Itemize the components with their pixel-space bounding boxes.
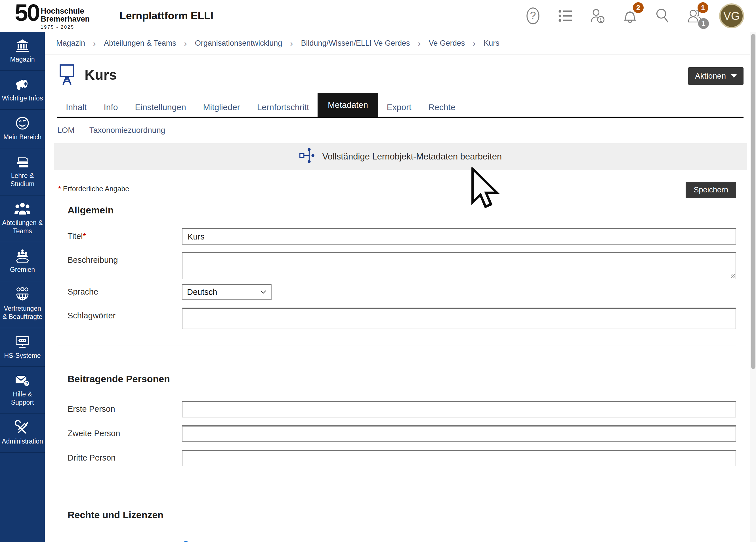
edit-full-metadata-banner[interactable]: Vollständige Lernobjekt-Metadaten bearbe… [54, 143, 747, 170]
logo-line2: Bremerhaven [41, 15, 90, 23]
breadcrumb-item[interactable]: Magazin [56, 39, 85, 48]
sidebar-item-hs-systeme[interactable]: HS-Systeme [0, 328, 45, 367]
breadcrumb: Magazin › Abteilungen & Teams › Organisa… [45, 32, 756, 55]
breadcrumb-item[interactable]: Organisationsentwicklung [195, 39, 282, 48]
subtab-lom[interactable]: LOM [57, 126, 75, 135]
tab-lernfortschritt[interactable]: Lernfortschritt [249, 98, 318, 117]
erste-person-label: Erste Person [68, 401, 182, 414]
breadcrumb-separator: › [418, 39, 421, 48]
svg-text:?: ? [530, 10, 536, 22]
copyright-radio[interactable] [182, 541, 190, 542]
field-row-copyright: Copyright All rights reserved [68, 539, 736, 542]
contacts-badge-bottom: 1 [698, 18, 709, 29]
user-status-icon[interactable] [590, 6, 606, 26]
sidebar-item-label: Abteilungen & Teams [2, 219, 43, 235]
sidebar-item-gremien[interactable]: Gremien [0, 242, 45, 281]
save-button[interactable]: Speichern [686, 182, 736, 198]
notifications-bell-icon[interactable]: 2 [622, 6, 638, 26]
schlagwoerter-input[interactable] [182, 308, 736, 329]
breadcrumb-item[interactable]: Ve Gerdes [429, 39, 465, 48]
contacts-icon[interactable]: 1 1 [687, 6, 703, 26]
language-select-value: Deutsch [187, 287, 217, 297]
tab-bar: Inhalt Info Einstellungen Mitglieder Ler… [57, 93, 744, 118]
tab-export[interactable]: Export [378, 98, 420, 117]
form-header-row: * Erforderliche Angabe Speichern [58, 182, 736, 198]
monitor-password-icon [15, 335, 30, 349]
logo-line1: Hochschule [41, 7, 90, 15]
people-group-icon [14, 202, 30, 216]
section-heading-rechte: Rechte und Lizenzen [68, 509, 736, 520]
tab-rechte[interactable]: Rechte [420, 98, 464, 117]
caret-down-icon [731, 74, 737, 78]
field-row-schlagwoerter: Schlagwörter [68, 308, 736, 329]
list-icon[interactable] [557, 6, 573, 26]
books-icon [15, 155, 30, 169]
tools-icon [15, 420, 30, 434]
copyright-label: Copyright [68, 539, 182, 542]
sidebar-item-label: Wichtige Infos [2, 94, 43, 102]
dritte-person-input[interactable] [182, 450, 736, 466]
field-row-titel: Titel* [68, 228, 736, 245]
zweite-person-input[interactable] [182, 425, 736, 442]
sidebar-item-label: Magazin [10, 55, 35, 64]
section-heading-beitragende: Beitragende Personen [68, 373, 736, 385]
breadcrumb-item[interactable]: Abteilungen & Teams [104, 39, 176, 48]
language-select[interactable]: Deutsch [182, 284, 272, 300]
tab-einstellungen[interactable]: Einstellungen [126, 98, 194, 117]
schlagwoerter-label: Schlagwörter [68, 308, 182, 320]
beschreibung-textarea[interactable] [182, 252, 736, 279]
logo-years: 1975 - 2025 [41, 25, 90, 30]
chevron-down-icon [260, 290, 266, 294]
field-row-beschreibung: Beschreibung [68, 252, 736, 279]
scrollbar-thumb[interactable] [751, 34, 755, 369]
mail-help-icon: ? [15, 373, 30, 387]
bank-icon [15, 38, 30, 52]
subtab-taxonomiezuordnung[interactable]: Taxonomiezuordnung [89, 126, 165, 135]
sidebar-item-mein-bereich[interactable]: Mein Bereich [0, 110, 45, 149]
required-note: * Erforderliche Angabe [58, 185, 129, 193]
resize-grip[interactable] [731, 274, 735, 278]
page-title: Kurs [85, 67, 117, 83]
sidebar-item-lehre-studium[interactable]: Lehre & Studium [0, 148, 45, 196]
titel-input[interactable] [182, 228, 736, 245]
smiley-icon [15, 116, 30, 130]
tab-mitglieder[interactable]: Mitglieder [195, 98, 249, 117]
sidebar-item-administration[interactable]: Administration [0, 414, 45, 453]
contacts-badge-top: 1 [698, 2, 708, 13]
sidebar-item-vertretungen[interactable]: Vertretungen & Beauftragte [0, 281, 45, 328]
banner-label: Vollständige Lernobjekt-Metadaten bearbe… [322, 152, 502, 162]
sidebar-item-magazin[interactable]: Magazin [0, 32, 45, 71]
main-sidebar: Magazin Wichtige Infos Mein Bereich Lehr… [0, 32, 45, 542]
sidebar-item-label: Hilfe & Support [2, 390, 43, 407]
tab-inhalt[interactable]: Inhalt [57, 98, 95, 117]
zweite-person-label: Zweite Person [68, 425, 182, 438]
avatar[interactable]: VG [719, 3, 744, 28]
sidebar-item-label: Gremien [10, 266, 35, 274]
scrollbar-track[interactable] [750, 32, 756, 542]
help-icon[interactable]: ? [525, 6, 541, 26]
notifications-badge: 2 [633, 2, 644, 13]
breadcrumb-separator: › [184, 39, 187, 48]
breadcrumb-item[interactable]: Kurs [484, 39, 499, 48]
erste-person-input[interactable] [182, 401, 736, 417]
section-divider [58, 483, 736, 483]
field-row-dritte-person: Dritte Person [68, 450, 736, 466]
actions-button[interactable]: Aktionen [688, 67, 744, 85]
hochschule-bremerhaven-logo[interactable]: 50 Hochschule Bremerhaven 1975 - 2025 [15, 2, 90, 30]
title-row: Kurs Aktionen [45, 55, 756, 87]
sidebar-item-abteilungen-teams[interactable]: Abteilungen & Teams [0, 196, 45, 243]
breadcrumb-item[interactable]: Bildung/Wissen/ELLI Ve Gerdes [301, 39, 410, 48]
tab-info[interactable]: Info [95, 98, 126, 117]
sidebar-item-hilfe-support[interactable]: ? Hilfe & Support [0, 367, 45, 414]
svg-text:?: ? [25, 381, 28, 386]
search-icon[interactable] [654, 6, 670, 26]
section-heading-allgemein: Allgemein [68, 205, 736, 216]
copyright-radio-label: All rights reserved [194, 541, 255, 542]
sidebar-item-wichtige-infos[interactable]: Wichtige Infos [0, 71, 45, 110]
sidebar-item-label: HS-Systeme [4, 352, 41, 360]
beschreibung-label: Beschreibung [68, 252, 182, 265]
sidebar-item-label: Lehre & Studium [2, 172, 43, 188]
tab-metadaten[interactable]: Metadaten [318, 93, 378, 117]
field-row-erste-person: Erste Person [68, 401, 736, 417]
field-row-zweite-person: Zweite Person [68, 425, 736, 442]
